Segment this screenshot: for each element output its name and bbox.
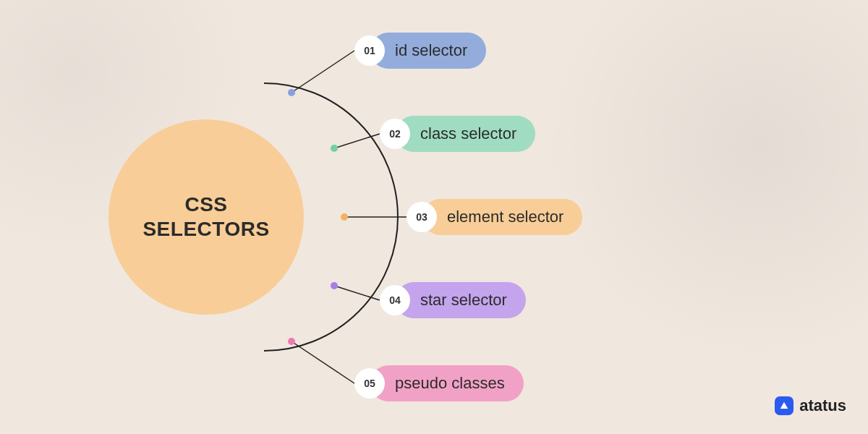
item-label-pill: id selector [370, 33, 486, 69]
item-label-pill: star selector [396, 282, 526, 318]
svg-line-8 [292, 341, 354, 383]
item-number: 05 [354, 368, 385, 399]
item-label-pill: class selector [396, 116, 535, 152]
brand-text: atatus [799, 396, 846, 415]
center-topic: CSS SELECTORS [109, 119, 304, 315]
brand-icon [775, 396, 793, 415]
item-label-pill: pseudo classes [370, 365, 524, 401]
svg-point-9 [288, 338, 295, 345]
brand-logo: atatus [775, 396, 846, 415]
svg-line-0 [292, 51, 354, 93]
item-number: 03 [407, 202, 437, 232]
selector-item-03: 03 element selector [407, 199, 582, 235]
selector-item-04: 04 star selector [380, 282, 526, 318]
item-number: 04 [380, 285, 410, 315]
item-number: 02 [380, 119, 410, 149]
item-label-pill: element selector [422, 199, 582, 235]
selector-item-02: 02 class selector [380, 116, 535, 152]
selector-item-01: 01 id selector [354, 33, 486, 69]
svg-point-3 [331, 145, 338, 152]
svg-point-1 [288, 89, 295, 96]
item-number: 01 [354, 35, 385, 66]
diagram-canvas: CSS SELECTORS 01 id selector 02 class se… [0, 0, 868, 434]
svg-point-7 [331, 282, 338, 289]
svg-point-5 [341, 213, 348, 221]
svg-line-6 [334, 286, 380, 300]
svg-line-2 [334, 134, 380, 148]
selector-item-05: 05 pseudo classes [354, 365, 524, 401]
